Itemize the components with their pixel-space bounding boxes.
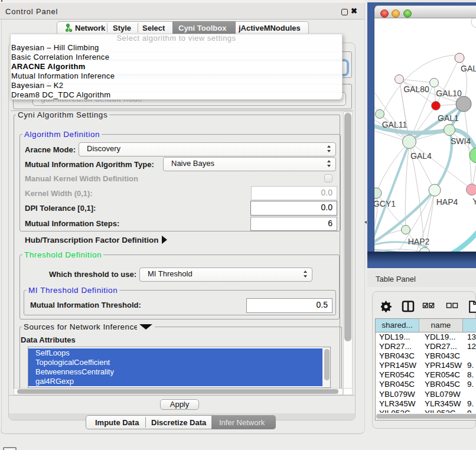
- svg-text:GAL11: GAL11: [382, 120, 407, 129]
- svg-text:GAL10: GAL10: [436, 89, 462, 98]
- svg-text:GAL80: GAL80: [403, 84, 429, 94]
- svg-text:GAL4: GAL4: [410, 151, 432, 161]
- svg-text:Y: Y: [472, 197, 476, 206]
- svg-text:GCY1: GCY1: [374, 199, 396, 208]
- svg-text:GAL1: GAL1: [438, 113, 459, 123]
- svg-text:SWI4: SWI4: [451, 136, 471, 146]
- svg-text:HAP2: HAP2: [408, 237, 430, 246]
- svg-text:HAP4: HAP4: [436, 197, 458, 207]
- svg-text:GAL: GAL: [461, 64, 476, 73]
